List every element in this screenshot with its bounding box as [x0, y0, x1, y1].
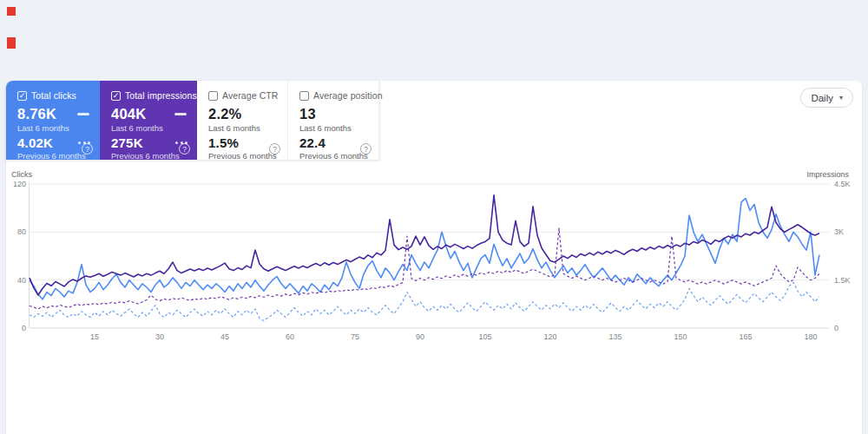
axis-tick-label: 0	[834, 324, 838, 332]
axis-tick-label: 60	[277, 332, 303, 341]
axis-tick-label: 45	[212, 332, 238, 341]
performance-report-page: { "page": { "background": "#eef1f6", "pa…	[0, 0, 868, 434]
axis-tick-label: 120	[0, 180, 26, 188]
axis-tick-label: 135	[602, 332, 628, 341]
axis-tick-label: 4.5K	[834, 180, 851, 188]
axis-tick-label: 15	[82, 332, 108, 341]
axis-tick-label: 1.5K	[834, 276, 851, 285]
axis-tick-label: 40	[0, 276, 26, 285]
axis-tick-label: 90	[407, 332, 433, 341]
axis-tick-label: 30	[147, 332, 173, 341]
performance-line-chart[interactable]	[0, 0, 868, 434]
axis-tick-label: 180	[798, 332, 824, 341]
axis-tick-label: 150	[667, 332, 694, 341]
axis-tick-label: 80	[0, 227, 26, 236]
axis-tick-label: 0	[0, 324, 26, 332]
axis-tick-label: 120	[537, 332, 563, 341]
axis-tick-label: 75	[342, 332, 368, 341]
axis-tick-label: 3K	[834, 227, 844, 236]
axis-tick-label: 165	[733, 332, 759, 341]
series-line-0	[30, 199, 819, 299]
axis-tick-label: 105	[472, 332, 498, 341]
